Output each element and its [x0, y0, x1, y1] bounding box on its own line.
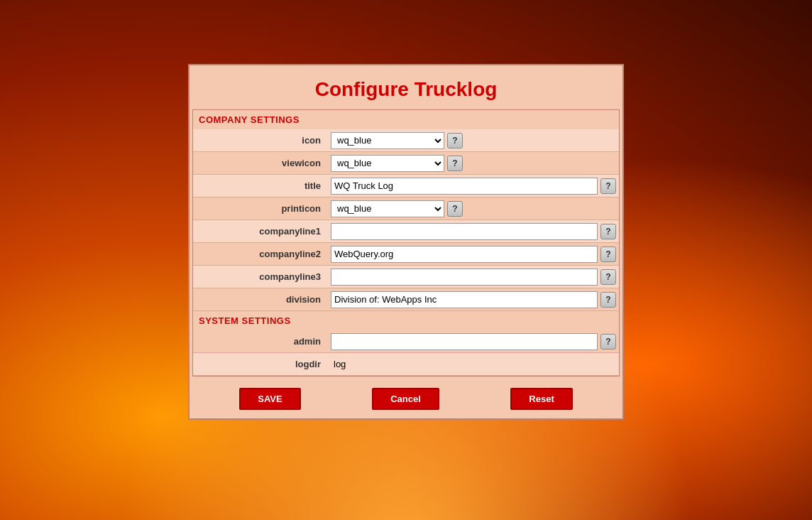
label-admin: admin [193, 336, 328, 347]
control-division: ? [328, 290, 619, 310]
row-admin: admin ? [193, 330, 619, 353]
row-companyline3: companyline3 ? [193, 266, 619, 288]
input-companyline2[interactable] [331, 246, 598, 263]
control-admin: ? [328, 332, 619, 352]
label-logdir: logdir [193, 359, 328, 369]
row-logdir: logdir log [193, 353, 619, 376]
input-division[interactable] [331, 291, 598, 308]
row-printicon: printicon wq_blue wq_red wq_green ? [193, 197, 619, 220]
label-printicon: printicon [193, 203, 328, 214]
label-title: title [193, 180, 328, 191]
control-icon: wq_blue wq_red wq_green ? [328, 131, 619, 151]
input-companyline1[interactable] [331, 223, 598, 240]
row-companyline1: companyline1 ? [193, 220, 619, 243]
input-companyline3[interactable] [331, 269, 598, 286]
form-area: COMPANY SETTINGS icon wq_blue wq_red wq_… [192, 109, 620, 377]
control-companyline1: ? [328, 222, 619, 242]
help-icon-btn[interactable]: ? [447, 133, 463, 148]
input-title[interactable] [331, 178, 598, 195]
row-title: title ? [193, 175, 619, 197]
cancel-button[interactable]: Cancel [372, 388, 439, 410]
label-viewicon: viewicon [193, 158, 328, 168]
label-companyline2: companyline2 [193, 249, 328, 259]
input-admin[interactable] [331, 333, 598, 350]
company-settings-header: COMPANY SETTINGS [193, 110, 619, 129]
select-viewicon[interactable]: wq_blue wq_red wq_green [331, 155, 444, 172]
logdir-value: log [331, 359, 346, 369]
configure-dialog: Configure Trucklog COMPANY SETTINGS icon… [188, 64, 624, 420]
help-companyline3-btn[interactable]: ? [600, 269, 616, 285]
help-printicon-btn[interactable]: ? [447, 201, 463, 217]
label-companyline3: companyline3 [193, 271, 328, 282]
dialog-title: Configure Trucklog [190, 65, 622, 109]
label-companyline1: companyline1 [193, 226, 328, 237]
control-printicon: wq_blue wq_red wq_green ? [328, 199, 619, 219]
control-viewicon: wq_blue wq_red wq_green ? [328, 153, 619, 173]
save-button[interactable]: SAVE [239, 388, 300, 410]
control-companyline3: ? [328, 267, 619, 287]
system-settings-header: SYSTEM SETTINGS [193, 311, 619, 330]
control-companyline2: ? [328, 244, 619, 264]
control-title: ? [328, 176, 619, 196]
label-division: division [193, 294, 328, 305]
help-admin-btn[interactable]: ? [600, 334, 616, 350]
label-icon: icon [193, 135, 328, 146]
help-companyline1-btn[interactable]: ? [600, 224, 616, 239]
row-viewicon: viewicon wq_blue wq_red wq_green ? [193, 152, 619, 175]
button-area: SAVE Cancel Reset [190, 379, 622, 418]
help-companyline2-btn[interactable]: ? [600, 247, 616, 262]
control-logdir: log [328, 357, 619, 371]
select-printicon[interactable]: wq_blue wq_red wq_green [331, 200, 444, 217]
row-companyline2: companyline2 ? [193, 243, 619, 266]
help-title-btn[interactable]: ? [600, 178, 616, 194]
row-division: division ? [193, 288, 619, 311]
select-icon[interactable]: wq_blue wq_red wq_green [331, 132, 444, 149]
reset-button[interactable]: Reset [510, 388, 572, 410]
help-viewicon-btn[interactable]: ? [447, 156, 463, 171]
row-icon: icon wq_blue wq_red wq_green ? [193, 129, 619, 152]
help-division-btn[interactable]: ? [600, 292, 616, 308]
